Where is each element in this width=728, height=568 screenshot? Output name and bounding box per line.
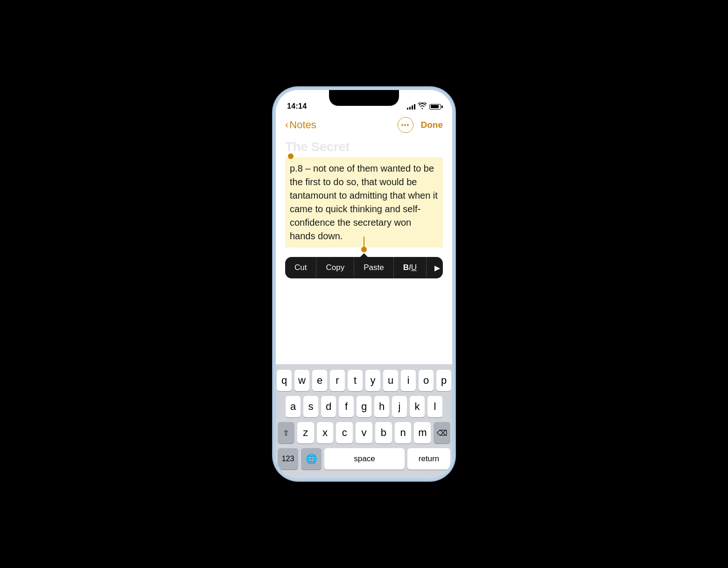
keyboard-row-2: a s d f g h j k l bbox=[278, 396, 450, 417]
key-g[interactable]: g bbox=[357, 396, 371, 417]
space-key[interactable]: space bbox=[324, 448, 405, 470]
selected-text-block[interactable]: p.8 – not one of them wanted to be the f… bbox=[285, 157, 443, 248]
more-format-button[interactable]: ▶ bbox=[427, 257, 443, 278]
key-t[interactable]: t bbox=[348, 370, 363, 391]
keyboard: q w e r t y u i o p a s d f g h j k bbox=[276, 364, 452, 478]
cursor-handle-bottom bbox=[361, 247, 367, 252]
cursor-line bbox=[364, 236, 364, 247]
numbers-key[interactable]: 123 bbox=[278, 448, 298, 470]
key-r[interactable]: r bbox=[330, 370, 345, 391]
notch bbox=[329, 90, 399, 106]
key-o[interactable]: o bbox=[419, 370, 434, 391]
key-n[interactable]: n bbox=[395, 422, 412, 443]
status-time: 14:14 bbox=[287, 102, 307, 111]
delete-key[interactable]: ⌫ bbox=[434, 422, 450, 443]
keyboard-row-4: 123 🌐 space return bbox=[278, 448, 450, 470]
key-q[interactable]: q bbox=[277, 370, 292, 391]
shift-key[interactable]: ⇧ bbox=[278, 422, 294, 443]
key-i[interactable]: i bbox=[401, 370, 416, 391]
note-content: p.8 – not one of them wanted to be the f… bbox=[290, 162, 438, 243]
key-c[interactable]: c bbox=[336, 422, 353, 443]
context-menu-container: Cut Copy Paste BIU ▶ bbox=[285, 257, 443, 278]
cut-button[interactable]: Cut bbox=[285, 257, 316, 278]
key-z[interactable]: z bbox=[297, 422, 314, 443]
nav-back-label: Notes bbox=[289, 119, 316, 131]
key-w[interactable]: w bbox=[294, 370, 309, 391]
key-y[interactable]: y bbox=[365, 370, 380, 391]
key-j[interactable]: j bbox=[392, 396, 407, 417]
key-v[interactable]: v bbox=[356, 422, 372, 443]
more-icon: ••• bbox=[401, 121, 410, 129]
keyboard-row-3: ⇧ z x c v b n m ⌫ bbox=[278, 422, 450, 443]
key-u[interactable]: u bbox=[383, 370, 398, 391]
back-button[interactable]: ‹ Notes bbox=[285, 119, 316, 131]
copy-button[interactable]: Copy bbox=[316, 257, 354, 278]
keyboard-row-1: q w e r t y u i o p bbox=[278, 370, 450, 391]
globe-key[interactable]: 🌐 bbox=[301, 448, 322, 470]
back-chevron-icon: ‹ bbox=[285, 120, 288, 130]
wifi-icon bbox=[418, 103, 427, 111]
battery-icon bbox=[429, 104, 441, 110]
cursor-handle-top bbox=[288, 153, 294, 159]
key-h[interactable]: h bbox=[374, 396, 389, 417]
nav-bar: ‹ Notes ••• Done bbox=[276, 113, 452, 138]
status-icons bbox=[407, 103, 441, 111]
context-menu: Cut Copy Paste BIU ▶ bbox=[285, 257, 443, 278]
return-key[interactable]: return bbox=[407, 448, 450, 470]
key-d[interactable]: d bbox=[321, 396, 336, 417]
nav-right-controls: ••• Done bbox=[398, 117, 443, 133]
key-l[interactable]: l bbox=[427, 396, 442, 417]
key-b[interactable]: b bbox=[375, 422, 392, 443]
phone-screen: 14:14 bbox=[276, 90, 452, 478]
signal-icon bbox=[407, 104, 415, 110]
context-menu-arrow bbox=[359, 253, 369, 258]
note-area[interactable]: The Secret p.8 – not one of them wanted … bbox=[276, 138, 452, 364]
key-k[interactable]: k bbox=[410, 396, 425, 417]
key-e[interactable]: e bbox=[312, 370, 327, 391]
done-button[interactable]: Done bbox=[421, 120, 443, 130]
key-p[interactable]: p bbox=[436, 370, 451, 391]
note-title-background: The Secret bbox=[285, 139, 443, 154]
underline-label: U bbox=[411, 263, 417, 272]
phone-frame: 14:14 bbox=[273, 87, 455, 481]
key-f[interactable]: f bbox=[339, 396, 354, 417]
bold-label: B bbox=[403, 263, 409, 272]
format-button[interactable]: BIU bbox=[394, 257, 427, 278]
more-button[interactable]: ••• bbox=[398, 117, 413, 133]
key-m[interactable]: m bbox=[414, 422, 431, 443]
paste-button[interactable]: Paste bbox=[354, 257, 393, 278]
key-a[interactable]: a bbox=[286, 396, 301, 417]
key-s[interactable]: s bbox=[303, 396, 318, 417]
key-x[interactable]: x bbox=[317, 422, 334, 443]
